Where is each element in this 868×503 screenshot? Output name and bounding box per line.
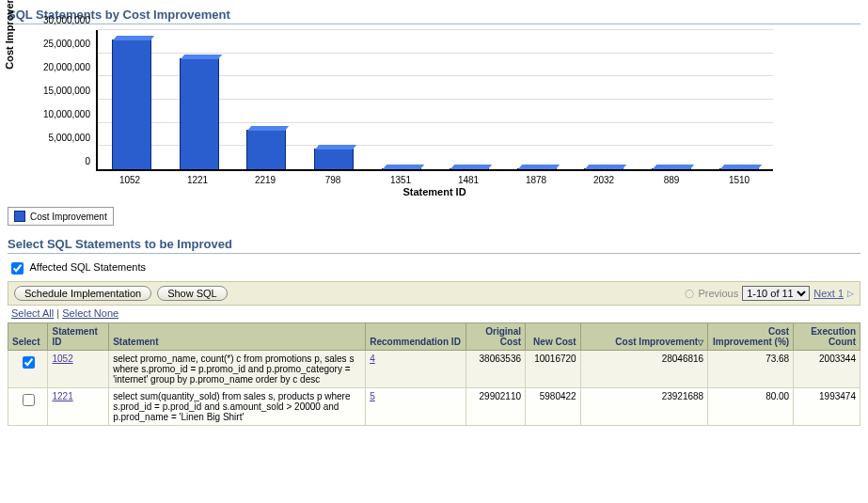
chart-y-axis: 0 5,000,000 10,000,000 15,000,000 20,000…	[28, 30, 94, 171]
table-toolbar: Schedule Implementation Show SQL ◯ Previ…	[8, 281, 860, 306]
select-all-link[interactable]: Select All	[11, 307, 54, 319]
affected-sql-checkbox[interactable]	[11, 262, 24, 275]
cost-improvement-chart: Cost Improvement 0 5,000,000 10,000,000 …	[8, 30, 788, 199]
col-statement-id[interactable]: Statement ID	[48, 323, 109, 351]
x-tick: 1510	[705, 173, 773, 185]
previous-icon: ◯	[685, 289, 694, 298]
bar	[652, 168, 691, 169]
col-statement[interactable]: Statement	[109, 323, 366, 351]
affected-sql-checkbox-label[interactable]: Affected SQL Statements	[8, 261, 146, 273]
bar-slot	[638, 30, 705, 169]
recommendation-id-link[interactable]: 5	[370, 391, 375, 401]
cost-pct-cell: 80.00	[708, 388, 794, 426]
x-tick: 889	[638, 173, 705, 185]
x-tick: 1481	[434, 173, 502, 185]
legend-swatch	[14, 211, 25, 222]
page-range-select[interactable]: 1-10 of 11	[742, 286, 810, 301]
bar	[584, 168, 623, 169]
chart-x-label: Statement ID	[96, 186, 773, 197]
bar	[314, 149, 354, 169]
new-cost-cell: 10016720	[526, 351, 581, 388]
chart-legend: Cost Improvement	[8, 207, 114, 226]
col-cost-improvement[interactable]: Cost Improvement▽	[580, 323, 707, 351]
statement-id-link[interactable]: 1221	[52, 391, 72, 401]
sql-statements-table: Select Statement ID Statement Recommenda…	[8, 322, 860, 426]
col-recommendation-id[interactable]: Recommendation ID	[366, 323, 466, 351]
y-tick: 0	[85, 156, 90, 166]
bar	[517, 168, 557, 169]
statement-text: select sum(quantity_sold) from sales s, …	[109, 388, 366, 426]
y-tick: 5,000,000	[49, 133, 91, 143]
bar	[180, 58, 219, 169]
y-tick: 25,000,000	[43, 39, 90, 49]
table-row: 1052select promo_name, count(*) c from p…	[8, 351, 860, 388]
col-cost-improvement-pct[interactable]: Cost Improvement (%)	[708, 323, 794, 351]
y-tick: 20,000,000	[43, 62, 90, 72]
show-sql-button[interactable]: Show SQL	[157, 286, 228, 301]
legend-label: Cost Improvement	[30, 212, 107, 222]
table-row: 1221select sum(quantity_sold) from sales…	[8, 388, 860, 426]
x-tick: 1351	[367, 173, 434, 185]
bar	[112, 39, 151, 169]
statement-text: select promo_name, count(*) c from promo…	[109, 351, 366, 388]
next-icon[interactable]: ▷	[847, 289, 854, 298]
original-cost-cell: 29902110	[466, 388, 526, 426]
x-tick: 1878	[502, 173, 570, 185]
col-new-cost[interactable]: New Cost	[526, 323, 581, 351]
row-select-checkbox[interactable]	[23, 356, 35, 369]
bar	[382, 168, 421, 169]
bar	[719, 168, 759, 169]
chart-section-title: SQL Statements by Cost Improvement	[8, 8, 860, 24]
x-tick: 2032	[570, 173, 638, 185]
bar-slot	[233, 30, 301, 169]
affected-sql-checkbox-text: Affected SQL Statements	[29, 261, 146, 273]
y-tick: 30,000,000	[43, 15, 90, 25]
next-link[interactable]: Next 1	[813, 288, 844, 299]
new-cost-cell: 5980422	[526, 388, 581, 426]
recommendation-id-link[interactable]: 4	[370, 354, 375, 364]
chart-x-ticks: 10521221221979813511481187820328891510	[96, 173, 773, 185]
bar-slot	[98, 30, 166, 169]
cost-improvement-cell: 28046816	[580, 351, 707, 388]
x-tick: 1052	[96, 173, 164, 185]
table-section-title: Select SQL Statements to be Improved	[8, 237, 860, 254]
cost-improvement-cell: 23921688	[580, 388, 707, 426]
bar-slot	[435, 30, 503, 169]
previous-link: Previous	[698, 288, 738, 299]
execution-count-cell: 1993474	[794, 388, 860, 426]
col-select[interactable]: Select	[8, 323, 48, 351]
bar-slot	[368, 30, 435, 169]
bar-slot	[503, 30, 571, 169]
select-none-link[interactable]: Select None	[62, 307, 118, 319]
cost-pct-cell: 73.68	[708, 351, 794, 388]
statement-id-link[interactable]: 1052	[52, 354, 72, 364]
chart-y-label: Cost Improvement	[4, 0, 15, 70]
y-tick: 10,000,000	[43, 109, 90, 119]
bar-slot	[166, 30, 233, 169]
x-tick: 1221	[164, 173, 231, 185]
bar-slot	[705, 30, 773, 169]
x-tick: 2219	[231, 173, 299, 185]
schedule-implementation-button[interactable]: Schedule Implementation	[14, 286, 151, 301]
chart-plot-area	[96, 30, 773, 171]
bar	[450, 168, 489, 169]
row-select-checkbox[interactable]	[23, 394, 35, 406]
bar-slot	[571, 30, 639, 169]
execution-count-cell: 2003344	[794, 351, 860, 388]
col-execution-count[interactable]: Execution Count	[794, 323, 860, 351]
bar-slot	[300, 30, 368, 169]
y-tick: 15,000,000	[43, 86, 90, 96]
x-tick: 798	[299, 173, 367, 185]
original-cost-cell: 38063536	[466, 351, 526, 388]
bar	[246, 130, 286, 169]
col-original-cost[interactable]: Original Cost	[466, 323, 526, 351]
